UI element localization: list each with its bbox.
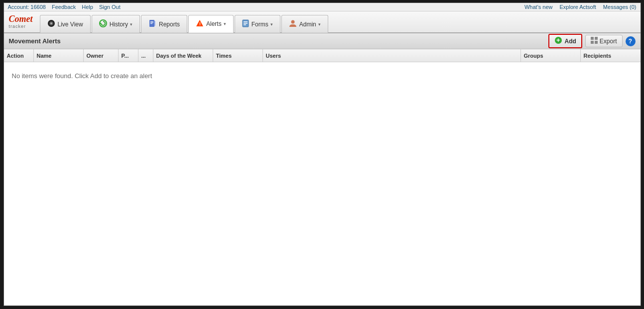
svg-rect-9 (154, 21, 155, 26)
svg-rect-21 (591, 41, 594, 44)
tab-history[interactable]: History ▾ (92, 15, 140, 33)
messages-link[interactable]: Messages (0) (603, 4, 637, 10)
svg-text:!: ! (199, 21, 201, 26)
help-button[interactable]: ? (626, 36, 636, 46)
page-title-bar: Movement Alerts + Add (4, 33, 641, 49)
col-header-users[interactable]: Users (263, 49, 521, 62)
alerts-dropdown-arrow: ▾ (224, 21, 226, 26)
admin-dropdown-arrow: ▾ (318, 22, 321, 27)
add-button-label: Add (564, 38, 576, 45)
svg-text:+: + (556, 36, 560, 44)
history-icon (99, 19, 107, 29)
nav-bar: Comet tracker Live View (4, 11, 641, 33)
account-label: Account: 16608 (8, 4, 46, 10)
explore-actsoft-link[interactable]: Explore Actsoft (559, 4, 596, 10)
tab-forms[interactable]: Forms ▾ (235, 15, 280, 33)
tab-reports[interactable]: Reports (141, 15, 187, 33)
svg-point-16 (291, 20, 294, 24)
top-bar-left: Account: 16608 Feedback Help Sign Out (8, 4, 121, 10)
top-bar-right: What's new Explore Actsoft Messages (0) (524, 4, 637, 10)
content-area: No items were found. Click Add to create… (4, 62, 641, 306)
tab-forms-label: Forms (252, 21, 268, 28)
svg-rect-14 (244, 23, 248, 24)
col-header-p[interactable]: P... (119, 49, 138, 62)
tab-history-label: History (110, 21, 128, 28)
logo-tracker-text: tracker (9, 24, 33, 29)
camera-icon (47, 19, 55, 29)
col-header-days[interactable]: Days of the Week (153, 49, 213, 62)
svg-rect-8 (150, 23, 152, 24)
tab-admin[interactable]: Admin ▾ (281, 15, 328, 33)
table-header: Action Name Owner P... ... Days of the W… (4, 49, 641, 62)
col-header-name[interactable]: Name (34, 49, 84, 62)
forms-icon (242, 19, 249, 29)
col-header-dots[interactable]: ... (138, 49, 153, 62)
col-header-groups[interactable]: Groups (521, 49, 581, 62)
history-dropdown-arrow: ▾ (130, 22, 132, 27)
svg-point-2 (50, 22, 52, 24)
col-header-action: Action (4, 49, 34, 62)
help-icon: ? (629, 38, 632, 45)
svg-rect-13 (244, 21, 248, 22)
add-circle-icon: + (554, 36, 562, 46)
col-header-times[interactable]: Times (213, 49, 263, 62)
reports-icon (148, 19, 156, 29)
col-header-recipients[interactable]: Recipients (581, 49, 641, 62)
tab-admin-label: Admin (299, 21, 316, 28)
tab-reports-label: Reports (159, 21, 180, 28)
export-icon (591, 37, 598, 45)
top-bar: Account: 16608 Feedback Help Sign Out Wh… (4, 3, 641, 11)
page-title-actions: + Add Export ? (548, 34, 635, 48)
page-title: Movement Alerts (9, 37, 61, 45)
tab-live-view-label: Live View (58, 21, 83, 28)
tab-alerts[interactable]: ! Alerts ▾ (188, 15, 234, 33)
help-link[interactable]: Help (82, 4, 93, 10)
svg-rect-20 (595, 37, 598, 40)
svg-rect-15 (244, 24, 246, 25)
empty-message: No items were found. Click Add to create… (12, 72, 633, 80)
tab-alerts-label: Alerts (206, 20, 222, 27)
sign-out-link[interactable]: Sign Out (99, 4, 121, 10)
logo-text: Comet tracker (9, 14, 33, 29)
export-button[interactable]: Export (585, 35, 623, 47)
svg-rect-6 (150, 21, 153, 22)
alerts-icon: ! (196, 19, 204, 29)
tab-live-view[interactable]: Live View (40, 15, 91, 33)
admin-icon (289, 19, 297, 29)
forms-dropdown-arrow: ▾ (270, 22, 273, 27)
svg-rect-7 (150, 22, 153, 23)
logo: Comet tracker (6, 13, 36, 30)
svg-rect-22 (595, 41, 598, 44)
feedback-link[interactable]: Feedback (52, 4, 76, 10)
export-button-label: Export (600, 38, 617, 45)
col-header-owner[interactable]: Owner (84, 49, 119, 62)
whats-new-link[interactable]: What's new (524, 4, 553, 10)
svg-rect-19 (591, 37, 594, 40)
add-button[interactable]: + Add (548, 34, 582, 48)
logo-comet-text: Comet (9, 14, 33, 24)
